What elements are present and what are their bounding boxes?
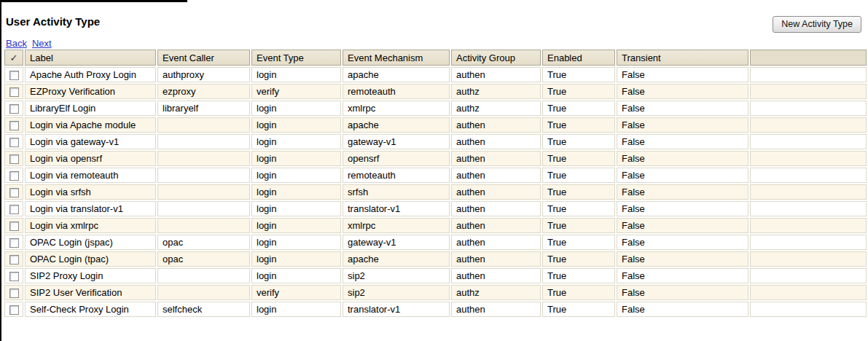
cell-event_type: login bbox=[251, 235, 341, 250]
cell-event_mechanism: remoteauth bbox=[343, 168, 450, 183]
row-checkbox[interactable] bbox=[9, 205, 19, 214]
cell-event_type: login bbox=[251, 201, 341, 216]
table-row: SIP2 Proxy Loginloginsip2authenTrueFalse bbox=[4, 268, 867, 283]
cell-label: Login via xmlrpc bbox=[25, 218, 156, 233]
cell-enabled: True bbox=[542, 201, 615, 216]
row-checkbox[interactable] bbox=[9, 71, 19, 80]
column-header-activity_group[interactable]: Activity Group bbox=[451, 50, 541, 66]
new-activity-type-button[interactable]: New Activity Type bbox=[773, 16, 861, 33]
cell-enabled: True bbox=[542, 184, 615, 200]
filler-cell bbox=[750, 251, 867, 267]
row-select-cell bbox=[4, 117, 23, 133]
cell-event_caller bbox=[157, 168, 250, 183]
cell-enabled: True bbox=[542, 218, 615, 233]
cell-event_mechanism: remoteauth bbox=[343, 84, 450, 99]
cell-transient: False bbox=[617, 117, 748, 133]
row-checkbox[interactable] bbox=[9, 222, 19, 231]
table-row: Login via opensrfloginopensrfauthenTrueF… bbox=[4, 151, 867, 166]
cell-activity_group: authen bbox=[451, 134, 541, 149]
table-row: Self-Check Proxy Loginselfchecklogintran… bbox=[4, 302, 867, 317]
cell-event_type: login bbox=[251, 134, 341, 149]
row-checkbox[interactable] bbox=[9, 289, 19, 298]
table-row: Login via remoteauthloginremoteauthauthe… bbox=[4, 168, 867, 183]
row-checkbox[interactable] bbox=[9, 188, 19, 197]
cell-activity_group: authen bbox=[451, 268, 541, 283]
cell-transient: False bbox=[617, 134, 748, 149]
cell-transient: False bbox=[617, 302, 748, 317]
row-checkbox[interactable] bbox=[9, 305, 19, 315]
row-select-cell bbox=[4, 235, 23, 250]
row-checkbox[interactable] bbox=[9, 121, 19, 130]
cell-transient: False bbox=[617, 151, 748, 166]
cell-activity_group: authz bbox=[451, 285, 541, 300]
filler-cell bbox=[750, 201, 867, 216]
cell-label: Login via gateway-v1 bbox=[25, 134, 156, 149]
cell-enabled: True bbox=[542, 117, 615, 133]
table-row: EZProxy Verificationezproxyverifyremotea… bbox=[4, 84, 867, 99]
table-row: OPAC Login (jspac)opaclogingateway-v1aut… bbox=[4, 235, 867, 250]
cell-transient: False bbox=[617, 184, 748, 200]
cell-enabled: True bbox=[542, 67, 615, 82]
row-checkbox[interactable] bbox=[9, 272, 19, 281]
cell-transient: False bbox=[617, 168, 748, 183]
filler-cell bbox=[750, 302, 867, 317]
table-row: Apache Auth Proxy Loginauthproxyloginapa… bbox=[4, 67, 867, 82]
cell-event_caller bbox=[157, 268, 250, 283]
cell-event_caller: authproxy bbox=[157, 67, 250, 82]
row-checkbox[interactable] bbox=[9, 154, 19, 164]
cell-label: Login via Apache module bbox=[25, 117, 156, 133]
cell-event_type: login bbox=[251, 218, 341, 233]
cell-event_type: login bbox=[251, 168, 341, 183]
row-select-cell bbox=[4, 218, 23, 233]
grid-header-row: ✓ LabelEvent CallerEvent TypeEvent Mecha… bbox=[4, 50, 867, 66]
row-checkbox[interactable] bbox=[9, 138, 19, 147]
cell-label: OPAC Login (jspac) bbox=[25, 235, 156, 250]
window-frame-top-edge bbox=[0, 0, 187, 2]
column-header-event_caller[interactable]: Event Caller bbox=[157, 50, 250, 66]
next-link[interactable]: Next bbox=[32, 38, 52, 49]
table-row: LibraryElf Loginlibraryelfloginxmlrpcaut… bbox=[4, 101, 867, 116]
table-row: Login via Apache moduleloginapacheauthen… bbox=[4, 117, 867, 133]
activity-type-grid: ✓ LabelEvent CallerEvent TypeEvent Mecha… bbox=[3, 48, 868, 318]
page-title: User Activity Type bbox=[6, 15, 100, 28]
filler-cell bbox=[750, 268, 867, 283]
column-header-event_type[interactable]: Event Type bbox=[251, 50, 341, 66]
cell-enabled: True bbox=[542, 251, 615, 267]
filler-cell bbox=[750, 151, 867, 166]
cell-event_type: login bbox=[251, 251, 341, 267]
column-header-event_mechanism[interactable]: Event Mechanism bbox=[343, 50, 450, 66]
column-header-label[interactable]: Label bbox=[25, 50, 156, 66]
row-checkbox[interactable] bbox=[9, 238, 19, 248]
row-checkbox[interactable] bbox=[9, 104, 19, 114]
cell-event_mechanism: translator-v1 bbox=[343, 201, 450, 216]
cell-activity_group: authz bbox=[451, 84, 541, 99]
cell-transient: False bbox=[617, 251, 748, 267]
cell-event_caller: opac bbox=[157, 235, 250, 250]
filler-cell bbox=[750, 235, 867, 250]
cell-event_mechanism: sip2 bbox=[343, 268, 450, 283]
cell-transient: False bbox=[617, 101, 748, 116]
select-all-column-header[interactable]: ✓ bbox=[4, 50, 23, 66]
column-header-enabled[interactable]: Enabled bbox=[542, 50, 615, 66]
filler-cell bbox=[750, 134, 867, 149]
cell-event_type: login bbox=[251, 117, 341, 133]
cell-event_caller bbox=[157, 134, 250, 149]
row-select-cell bbox=[4, 67, 23, 82]
back-link[interactable]: Back bbox=[6, 38, 27, 49]
cell-event_caller: selfcheck bbox=[157, 302, 250, 317]
cell-activity_group: authen bbox=[451, 67, 541, 82]
cell-event_caller bbox=[157, 117, 250, 133]
filler-cell bbox=[750, 168, 867, 183]
row-select-cell bbox=[4, 201, 23, 216]
filler-cell bbox=[750, 218, 867, 233]
row-checkbox[interactable] bbox=[9, 255, 19, 264]
cell-enabled: True bbox=[542, 268, 615, 283]
cell-event_type: login bbox=[251, 101, 341, 116]
filler-cell bbox=[750, 84, 867, 99]
cell-event_type: login bbox=[251, 302, 341, 317]
cell-activity_group: authen bbox=[451, 151, 541, 166]
cell-event_type: login bbox=[251, 151, 341, 166]
row-checkbox[interactable] bbox=[9, 171, 19, 181]
column-header-transient[interactable]: Transient bbox=[617, 50, 748, 66]
row-checkbox[interactable] bbox=[9, 87, 19, 97]
